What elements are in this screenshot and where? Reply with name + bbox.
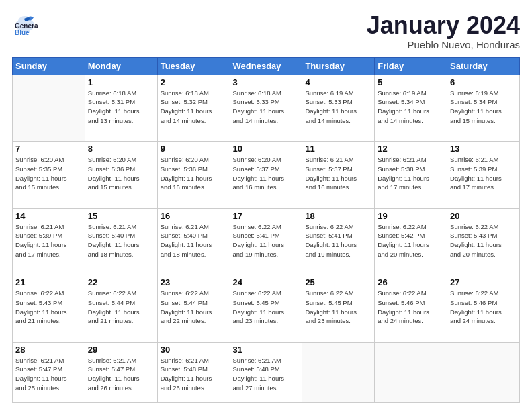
calendar-cell: 31Sunrise: 6:21 AMSunset: 5:48 PMDayligh…	[230, 342, 302, 402]
calendar-week-4: 21Sunrise: 6:22 AMSunset: 5:43 PMDayligh…	[13, 275, 520, 342]
day-number: 27	[450, 277, 517, 287]
day-info: Sunrise: 6:22 AMSunset: 5:45 PMDaylight:…	[305, 289, 371, 326]
day-info: Sunrise: 6:22 AMSunset: 5:45 PMDaylight:…	[233, 289, 300, 326]
day-number: 23	[161, 277, 227, 287]
calendar-cell: 19Sunrise: 6:22 AMSunset: 5:42 PMDayligh…	[375, 208, 447, 275]
day-number: 8	[88, 144, 154, 154]
day-info: Sunrise: 6:19 AMSunset: 5:34 PMDaylight:…	[378, 89, 444, 126]
header: General Blue January 2024 Pueblo Nuevo, …	[12, 12, 520, 50]
calendar-cell: 26Sunrise: 6:22 AMSunset: 5:46 PMDayligh…	[375, 275, 447, 342]
calendar-cell: 29Sunrise: 6:21 AMSunset: 5:47 PMDayligh…	[85, 342, 157, 402]
day-number: 7	[15, 144, 82, 154]
day-info: Sunrise: 6:19 AMSunset: 5:34 PMDaylight:…	[450, 89, 517, 126]
day-number: 26	[378, 277, 444, 287]
calendar-cell: 27Sunrise: 6:22 AMSunset: 5:46 PMDayligh…	[447, 275, 520, 342]
calendar-header-row: SundayMondayTuesdayWednesdayThursdayFrid…	[13, 57, 520, 75]
day-header-sunday: Sunday	[13, 57, 85, 75]
day-info: Sunrise: 6:22 AMSunset: 5:44 PMDaylight:…	[161, 289, 227, 326]
calendar-cell: 9Sunrise: 6:20 AMSunset: 5:36 PMDaylight…	[157, 142, 230, 208]
day-number: 10	[233, 144, 300, 154]
calendar-cell: 13Sunrise: 6:21 AMSunset: 5:39 PMDayligh…	[447, 142, 520, 208]
calendar-week-1: 1Sunrise: 6:18 AMSunset: 5:31 PMDaylight…	[13, 75, 520, 141]
day-number: 2	[161, 77, 227, 87]
day-number: 4	[305, 77, 371, 87]
calendar-cell: 21Sunrise: 6:22 AMSunset: 5:43 PMDayligh…	[13, 275, 85, 342]
logo-icon: General Blue	[12, 12, 38, 38]
calendar-week-3: 14Sunrise: 6:21 AMSunset: 5:39 PMDayligh…	[13, 208, 520, 275]
day-number: 24	[233, 277, 300, 287]
calendar-cell: 2Sunrise: 6:18 AMSunset: 5:32 PMDaylight…	[157, 75, 230, 141]
calendar-week-2: 7Sunrise: 6:20 AMSunset: 5:35 PMDaylight…	[13, 142, 520, 208]
day-info: Sunrise: 6:20 AMSunset: 5:37 PMDaylight:…	[233, 155, 300, 192]
day-number: 14	[15, 211, 82, 221]
day-number: 9	[161, 144, 227, 154]
calendar-cell: 25Sunrise: 6:22 AMSunset: 5:45 PMDayligh…	[302, 275, 375, 342]
calendar-cell: 8Sunrise: 6:20 AMSunset: 5:36 PMDaylight…	[85, 142, 157, 208]
day-number: 18	[305, 211, 371, 221]
day-info: Sunrise: 6:21 AMSunset: 5:39 PMDaylight:…	[450, 155, 517, 192]
day-info: Sunrise: 6:21 AMSunset: 5:37 PMDaylight:…	[305, 155, 371, 192]
day-number: 31	[233, 345, 300, 355]
day-info: Sunrise: 6:18 AMSunset: 5:32 PMDaylight:…	[161, 89, 227, 126]
day-number: 20	[450, 211, 517, 221]
day-info: Sunrise: 6:21 AMSunset: 5:40 PMDaylight:…	[161, 222, 227, 259]
calendar-cell: 7Sunrise: 6:20 AMSunset: 5:35 PMDaylight…	[13, 142, 85, 208]
logo: General Blue	[12, 12, 38, 38]
day-header-friday: Friday	[375, 57, 447, 75]
calendar-cell: 22Sunrise: 6:22 AMSunset: 5:44 PMDayligh…	[85, 275, 157, 342]
day-number: 30	[161, 345, 227, 355]
day-number: 15	[88, 211, 154, 221]
day-number: 19	[378, 211, 444, 221]
day-number: 21	[15, 277, 82, 287]
day-info: Sunrise: 6:22 AMSunset: 5:41 PMDaylight:…	[305, 222, 371, 259]
day-header-monday: Monday	[85, 57, 157, 75]
day-info: Sunrise: 6:21 AMSunset: 5:40 PMDaylight:…	[88, 222, 154, 259]
day-number: 28	[15, 345, 82, 355]
calendar-cell: 30Sunrise: 6:21 AMSunset: 5:48 PMDayligh…	[157, 342, 230, 402]
day-info: Sunrise: 6:20 AMSunset: 5:35 PMDaylight:…	[15, 155, 82, 192]
calendar-cell: 15Sunrise: 6:21 AMSunset: 5:40 PMDayligh…	[85, 208, 157, 275]
calendar-cell: 3Sunrise: 6:18 AMSunset: 5:33 PMDaylight…	[230, 75, 302, 141]
calendar-cell: 4Sunrise: 6:19 AMSunset: 5:33 PMDaylight…	[302, 75, 375, 141]
day-info: Sunrise: 6:21 AMSunset: 5:38 PMDaylight:…	[378, 155, 444, 192]
day-number: 12	[378, 144, 444, 154]
subtitle: Pueblo Nuevo, Honduras	[367, 39, 520, 50]
calendar-cell: 11Sunrise: 6:21 AMSunset: 5:37 PMDayligh…	[302, 142, 375, 208]
page: General Blue January 2024 Pueblo Nuevo, …	[0, 0, 532, 411]
calendar-cell: 24Sunrise: 6:22 AMSunset: 5:45 PMDayligh…	[230, 275, 302, 342]
day-info: Sunrise: 6:21 AMSunset: 5:39 PMDaylight:…	[15, 222, 82, 259]
calendar-week-5: 28Sunrise: 6:21 AMSunset: 5:47 PMDayligh…	[13, 342, 520, 402]
calendar-cell	[375, 342, 447, 402]
day-info: Sunrise: 6:22 AMSunset: 5:43 PMDaylight:…	[450, 222, 517, 259]
calendar-cell	[447, 342, 520, 402]
day-number: 25	[305, 277, 371, 287]
day-number: 6	[450, 77, 517, 87]
calendar-cell: 16Sunrise: 6:21 AMSunset: 5:40 PMDayligh…	[157, 208, 230, 275]
day-info: Sunrise: 6:21 AMSunset: 5:47 PMDaylight:…	[15, 356, 82, 393]
calendar-cell: 5Sunrise: 6:19 AMSunset: 5:34 PMDaylight…	[375, 75, 447, 141]
day-header-tuesday: Tuesday	[157, 57, 230, 75]
day-number: 1	[88, 77, 154, 87]
day-info: Sunrise: 6:21 AMSunset: 5:47 PMDaylight:…	[88, 356, 154, 393]
calendar-cell: 1Sunrise: 6:18 AMSunset: 5:31 PMDaylight…	[85, 75, 157, 141]
calendar-cell	[302, 342, 375, 402]
day-header-saturday: Saturday	[447, 57, 520, 75]
day-header-thursday: Thursday	[302, 57, 375, 75]
calendar-cell: 14Sunrise: 6:21 AMSunset: 5:39 PMDayligh…	[13, 208, 85, 275]
calendar-cell: 18Sunrise: 6:22 AMSunset: 5:41 PMDayligh…	[302, 208, 375, 275]
day-number: 11	[305, 144, 371, 154]
day-number: 29	[88, 345, 154, 355]
day-header-wednesday: Wednesday	[230, 57, 302, 75]
calendar-cell: 28Sunrise: 6:21 AMSunset: 5:47 PMDayligh…	[13, 342, 85, 402]
calendar-cell: 6Sunrise: 6:19 AMSunset: 5:34 PMDaylight…	[447, 75, 520, 141]
day-info: Sunrise: 6:19 AMSunset: 5:33 PMDaylight:…	[305, 89, 371, 126]
day-info: Sunrise: 6:22 AMSunset: 5:46 PMDaylight:…	[450, 289, 517, 326]
day-info: Sunrise: 6:21 AMSunset: 5:48 PMDaylight:…	[161, 356, 227, 393]
title-block: January 2024 Pueblo Nuevo, Honduras	[367, 12, 520, 50]
day-info: Sunrise: 6:22 AMSunset: 5:41 PMDaylight:…	[233, 222, 300, 259]
day-info: Sunrise: 6:18 AMSunset: 5:31 PMDaylight:…	[88, 89, 154, 126]
svg-text:Blue: Blue	[15, 29, 30, 36]
day-info: Sunrise: 6:22 AMSunset: 5:44 PMDaylight:…	[88, 289, 154, 326]
calendar-cell: 12Sunrise: 6:21 AMSunset: 5:38 PMDayligh…	[375, 142, 447, 208]
day-number: 3	[233, 77, 300, 87]
